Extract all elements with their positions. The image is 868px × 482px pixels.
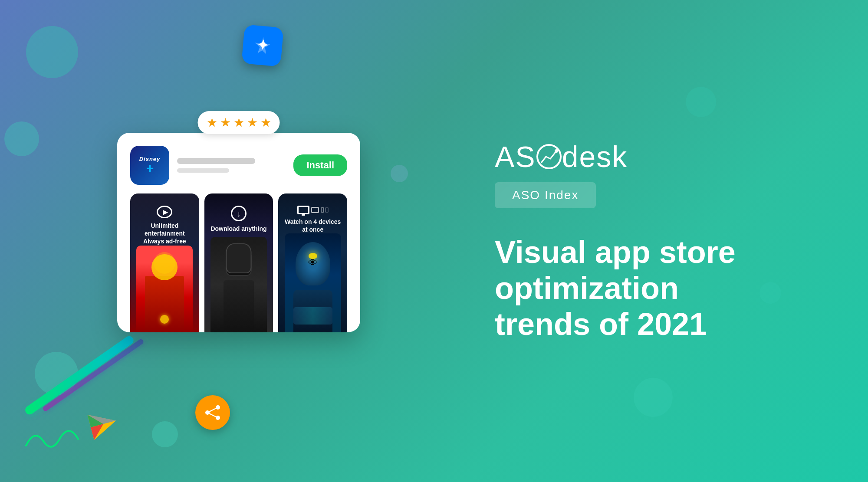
decorative-circle <box>634 378 673 417</box>
aso-index-badge: ASO Index <box>495 182 596 208</box>
screenshot-3-title: Watch on 4 devices at once <box>278 218 347 233</box>
right-section: AS desk ASO Index Visual app store optim… <box>477 0 868 482</box>
disney-plus-icon: Disney + <box>130 146 169 185</box>
screenshots-row: ▶ Unlimited entertainment Always ad-free <box>130 193 347 332</box>
star-rating: ★ ★ ★ ★ ★ <box>198 111 280 134</box>
left-section: ✦ ♥ <box>0 0 477 482</box>
star-4: ★ <box>247 115 258 130</box>
star-3: ★ <box>233 115 244 130</box>
screenshot-1-title: Unlimited entertainment Always ad-free <box>130 222 199 246</box>
headline-line-3: trends of 2021 <box>495 306 736 342</box>
decorative-circle <box>686 87 716 117</box>
devices-icon <box>297 206 329 214</box>
app-info <box>177 158 286 173</box>
app-sub-placeholder <box>177 168 229 173</box>
screenshot-2-title: Download anything <box>207 225 270 233</box>
star-1: ★ <box>207 115 217 130</box>
app-store-card: ★ ★ ★ ★ ★ Disney + Install <box>117 133 360 332</box>
logo-chart-circle <box>536 144 562 169</box>
share-badge <box>195 395 230 430</box>
headline-line-2: optimization <box>495 270 736 306</box>
headline: Visual app store optimization trends of … <box>495 234 736 342</box>
avatar-character <box>285 233 341 332</box>
screenshot-unlimited: ▶ Unlimited entertainment Always ad-free <box>130 193 199 332</box>
app-header: Disney + Install <box>130 146 347 185</box>
vader-character <box>210 237 267 332</box>
screenshot-download: ↓ Download anything <box>204 193 273 332</box>
pencil-decoration <box>23 334 135 416</box>
screenshot-devices: Watch on 4 devices at once <box>278 193 347 332</box>
svg-line-4 <box>207 407 218 413</box>
headline-line-1: Visual app store <box>495 234 736 270</box>
decorative-circle <box>760 282 781 304</box>
tablet-icon <box>311 207 319 213</box>
install-button[interactable]: Install <box>293 154 347 176</box>
star-2: ★ <box>220 115 231 130</box>
pencil-decoration-2 <box>42 338 145 412</box>
page-background: ✦ ♥ <box>0 0 868 482</box>
aso-index-label: ASO Index <box>512 188 579 202</box>
squiggle-decoration <box>22 420 91 456</box>
download-icon: ↓ <box>231 206 247 221</box>
phone-icons <box>321 207 329 213</box>
app-name-placeholder <box>177 158 255 164</box>
star-5: ★ <box>260 115 271 130</box>
logo-text-desk: desk <box>562 140 628 174</box>
app-store-badge: ✦ <box>241 24 284 67</box>
svg-point-10 <box>555 149 558 153</box>
svg-text:✦: ✦ <box>256 37 269 53</box>
asodesk-logo: AS desk <box>495 140 628 174</box>
monitor-icon <box>297 206 309 214</box>
ironman-character <box>136 246 193 332</box>
logo-text-as: AS <box>495 140 536 174</box>
play-icon: ▶ <box>157 206 172 218</box>
svg-line-5 <box>207 413 218 418</box>
